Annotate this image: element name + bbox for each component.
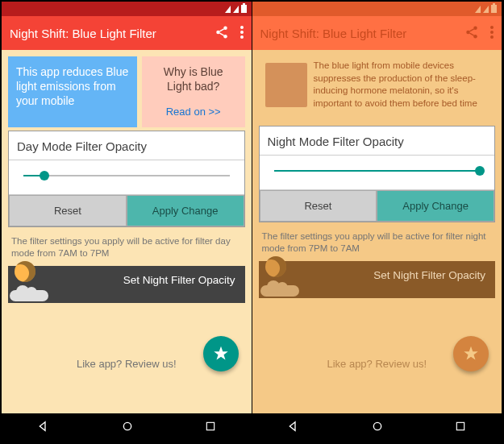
svg-point-6 (123, 422, 131, 429)
moon-icon (265, 256, 286, 277)
content: The blue light from mobile devices suppr… (252, 50, 502, 413)
signal-icon (483, 6, 489, 13)
svg-point-14 (374, 422, 381, 429)
svg-rect-7 (206, 422, 214, 429)
opacity-panel: Night Mode Filter Opacity Reset Apply Ch… (259, 126, 496, 222)
signal-icon (233, 6, 239, 13)
cloud-icon (10, 290, 48, 301)
hint-text: The filter settings you apply will be ac… (8, 227, 245, 266)
status-icons (475, 5, 497, 13)
hint-text: The filter settings you apply will be ac… (259, 222, 496, 261)
app-title: Night Shift: Blue Light Filter (10, 27, 215, 40)
share-icon[interactable] (215, 25, 229, 42)
panel-title: Night Mode Filter Opacity (260, 127, 495, 155)
home-icon[interactable] (371, 420, 384, 436)
svg-point-1 (216, 30, 220, 34)
wifi-icon (475, 6, 481, 13)
battery-icon (491, 5, 497, 13)
slider-thumb[interactable] (40, 171, 49, 181)
reset-button[interactable]: Reset (9, 195, 127, 226)
svg-rect-15 (456, 422, 464, 429)
night-banner-label: Set Night Filter Opacity (373, 269, 485, 281)
share-icon[interactable] (464, 25, 479, 42)
phone-right: Night Shift: Blue Light Filter The blue … (252, 2, 503, 442)
avatar-image (265, 63, 307, 107)
svg-point-11 (490, 26, 494, 29)
info-card-why[interactable]: Why is Blue Light bad? Read on >> (142, 56, 245, 127)
button-row: Reset Apply Change (9, 195, 244, 226)
app-bar: Night Shift: Blue Light Filter (2, 16, 252, 50)
button-row: Reset Apply Change (260, 190, 495, 222)
reset-button[interactable]: Reset (260, 190, 377, 222)
slider-wrap (260, 155, 495, 190)
info-row: The blue light from mobile devices suppr… (259, 56, 496, 127)
cloud-icon (260, 285, 299, 297)
back-icon[interactable] (287, 420, 300, 436)
back-icon[interactable] (37, 420, 50, 436)
read-on-link: Read on >> (150, 106, 237, 119)
panel-title: Day Mode Filter Opacity (9, 131, 244, 160)
fab-star[interactable] (203, 336, 239, 371)
apply-button[interactable]: Apply Change (377, 190, 494, 222)
info-card-reduces: This app reduces Blue light emissions fr… (8, 56, 137, 127)
opacity-panel: Day Mode Filter Opacity Reset Apply Chan… (8, 131, 245, 227)
svg-point-3 (240, 26, 244, 29)
svg-point-12 (490, 31, 494, 34)
slider-thumb[interactable] (475, 166, 485, 176)
overflow-icon[interactable] (490, 26, 494, 41)
phone-left: Night Shift: Blue Light Filter This app … (2, 2, 252, 442)
svg-point-9 (466, 30, 470, 34)
app-actions (215, 25, 244, 42)
status-icons (225, 5, 247, 13)
opacity-slider[interactable] (23, 170, 230, 181)
info-row: This app reduces Blue light emissions fr… (8, 56, 245, 127)
svg-point-4 (240, 31, 244, 34)
slider-fill (274, 170, 481, 172)
recent-icon[interactable] (205, 421, 216, 435)
home-icon[interactable] (121, 420, 134, 436)
wifi-icon (225, 6, 231, 13)
fab-star[interactable] (453, 336, 489, 371)
slider-track (23, 175, 230, 176)
status-bar (252, 2, 502, 16)
app-bar: Night Shift: Blue Light Filter (252, 16, 502, 50)
nav-bar (252, 413, 502, 442)
star-icon (462, 345, 480, 363)
moon-icon (15, 261, 35, 282)
overflow-icon[interactable] (240, 26, 244, 41)
info-text: The blue light from mobile devices suppr… (314, 60, 489, 110)
night-banner-label: Set Night Filter Opacity (123, 274, 235, 286)
battery-icon (241, 5, 247, 13)
app-actions (464, 25, 494, 42)
status-bar (2, 2, 252, 16)
nav-bar (2, 413, 252, 442)
night-banner[interactable]: Set Night Filter Opacity (259, 261, 496, 298)
recent-icon[interactable] (455, 421, 466, 435)
svg-point-5 (240, 35, 244, 39)
info-card-title: Why is Blue Light bad? (150, 64, 237, 93)
app-title: Night Shift: Blue Light Filter (260, 27, 465, 40)
star-icon (212, 345, 230, 363)
night-banner[interactable]: Set Night Filter Opacity (8, 266, 245, 303)
apply-button[interactable]: Apply Change (127, 195, 244, 226)
opacity-slider[interactable] (274, 165, 481, 176)
slider-wrap (9, 160, 244, 195)
content: This app reduces Blue light emissions fr… (2, 50, 252, 413)
svg-point-13 (490, 35, 494, 39)
